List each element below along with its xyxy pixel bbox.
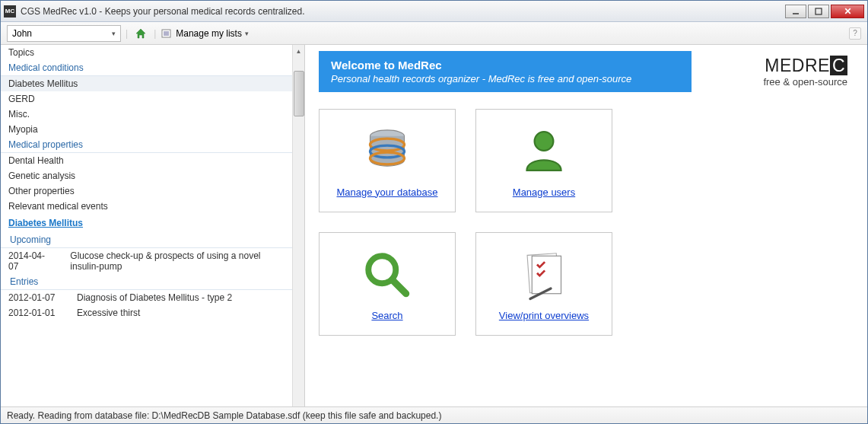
- welcome-banner: Welcome to MedRec Personal health record…: [319, 51, 692, 92]
- maximize-button[interactable]: [808, 5, 829, 18]
- entry-date: 2012-01-01: [8, 308, 62, 318]
- upcoming-row[interactable]: 2014-04-07 Glucose check-up & prospects …: [1, 248, 292, 274]
- toolbar-separator: |: [126, 28, 128, 39]
- minimize-button[interactable]: [785, 5, 806, 18]
- sidebar-content: Topics Medical conditions Diabetes Melli…: [1, 45, 304, 320]
- entries-header: Entries: [1, 274, 292, 290]
- user-dropdown[interactable]: John ▾: [7, 25, 121, 42]
- svg-line-14: [393, 279, 406, 293]
- tile-grid: Manage your database Manage users Search: [319, 109, 854, 336]
- tile-label: Manage your database: [337, 186, 438, 198]
- property-item[interactable]: Relevant medical events: [1, 199, 292, 214]
- entry-date: 2014-04-07: [8, 250, 55, 272]
- property-item[interactable]: Dental Health: [1, 153, 292, 168]
- property-item[interactable]: Genetic analysis: [1, 168, 292, 183]
- logo-tagline: free & open-source: [763, 76, 847, 88]
- user-icon: [517, 124, 571, 179]
- search-tile[interactable]: Search: [319, 232, 456, 336]
- search-icon: [360, 247, 415, 302]
- list-icon: [161, 27, 173, 40]
- condition-item[interactable]: Diabetes Mellitus: [1, 76, 292, 91]
- logo-text: MEDREC: [763, 56, 847, 76]
- entry-row[interactable]: 2012-01-07 Diagnosis of Diabetes Mellitu…: [1, 290, 292, 305]
- banner-subtitle: Personal health records organizer - MedR…: [331, 73, 679, 84]
- manage-lists-label: Manage my lists: [176, 28, 242, 39]
- logo: MEDREC free & open-source: [763, 56, 847, 88]
- statusbar: Ready. Reading from database file: D:\Me…: [1, 406, 867, 423]
- topics-header[interactable]: Topics: [1, 45, 292, 60]
- svg-rect-1: [816, 8, 822, 14]
- overviews-tile[interactable]: View/print overviews: [475, 232, 612, 336]
- upcoming-header: Upcoming: [1, 232, 292, 248]
- sidebar-scrollbar[interactable]: ▲: [292, 45, 304, 406]
- toolbar-separator-2: |: [154, 28, 156, 39]
- banner-title: Welcome to MedRec: [331, 59, 679, 72]
- scroll-thumb[interactable]: [294, 71, 304, 116]
- entry-text: Glucose check-up & prospects of using a …: [70, 250, 285, 272]
- tile-label: Manage users: [513, 186, 575, 198]
- window-title: CGS MedRec v1.0 - Keeps your personal me…: [21, 6, 785, 17]
- entry-row[interactable]: 2012-01-01 Excessive thirst: [1, 305, 292, 320]
- home-button[interactable]: [132, 25, 149, 42]
- chevron-down-icon: ▾: [112, 30, 116, 37]
- manage-lists-button[interactable]: Manage my lists ▾: [161, 27, 249, 40]
- entry-text: Diagnosis of Diabetes Mellitus - type 2: [77, 292, 232, 303]
- property-item[interactable]: Other properties: [1, 183, 292, 199]
- app-window: MC CGS MedRec v1.0 - Keeps your personal…: [0, 0, 868, 424]
- medical-properties-header[interactable]: Medical properties: [1, 137, 292, 153]
- entry-text: Excessive thirst: [77, 308, 140, 318]
- tile-label: Search: [371, 310, 402, 321]
- condition-item[interactable]: GERD: [1, 91, 292, 107]
- help-button[interactable]: ?: [849, 27, 861, 40]
- status-text: Ready. Reading from database file: D:\Me…: [7, 410, 441, 421]
- main-area: Topics Medical conditions Diabetes Melli…: [1, 45, 867, 406]
- medical-conditions-header[interactable]: Medical conditions: [1, 60, 292, 76]
- app-icon: MC: [4, 5, 16, 18]
- scroll-up-button[interactable]: ▲: [293, 45, 304, 57]
- titlebar: MC CGS MedRec v1.0 - Keeps your personal…: [1, 1, 867, 22]
- window-controls: [785, 5, 864, 18]
- svg-point-12: [535, 132, 554, 151]
- content-area: Welcome to MedRec Personal health record…: [305, 45, 867, 406]
- condition-item[interactable]: Myopia: [1, 122, 292, 137]
- home-icon: [135, 27, 147, 40]
- tile-label: View/print overviews: [499, 310, 589, 321]
- toolbar: John ▾ | | Manage my lists ▾ ?: [1, 22, 867, 45]
- database-icon: [360, 124, 415, 179]
- checklist-icon: [517, 247, 571, 302]
- sidebar: Topics Medical conditions Diabetes Melli…: [1, 45, 305, 406]
- user-dropdown-value: John: [12, 28, 32, 39]
- active-topic-link[interactable]: Diabetes Mellitus: [1, 214, 292, 232]
- entry-date: 2012-01-07: [8, 292, 62, 303]
- condition-item[interactable]: Misc.: [1, 107, 292, 122]
- close-button[interactable]: [831, 5, 864, 18]
- manage-users-tile[interactable]: Manage users: [475, 109, 612, 212]
- chevron-down-icon: ▾: [245, 30, 249, 37]
- svg-rect-16: [532, 256, 561, 294]
- manage-database-tile[interactable]: Manage your database: [319, 109, 456, 212]
